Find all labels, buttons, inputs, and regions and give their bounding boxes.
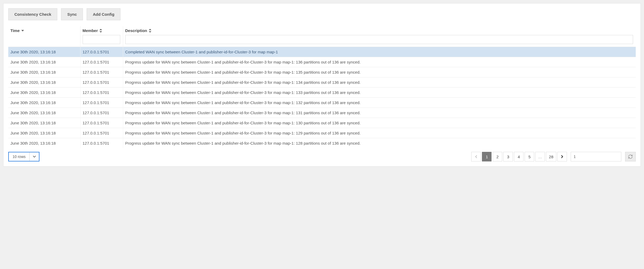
member-filter-input[interactable] xyxy=(83,35,120,44)
column-label: Description xyxy=(125,28,147,33)
sync-button[interactable]: Sync xyxy=(61,8,83,20)
table-row[interactable]: June 30th 2020, 13:16:18127.0.0.1:5701Pr… xyxy=(8,108,636,118)
sort-desc-icon xyxy=(21,29,24,33)
cell-member: 127.0.0.1:5701 xyxy=(80,57,123,67)
prev-page-button[interactable] xyxy=(471,152,481,161)
table-row[interactable]: June 30th 2020, 13:16:18127.0.0.1:5701Pr… xyxy=(8,98,636,108)
cell-description: Progress update for WAN sync between Clu… xyxy=(123,88,636,98)
column-header-time[interactable]: Time xyxy=(8,26,80,47)
cell-description: Completed WAN sync between Cluster-1 and… xyxy=(123,47,636,57)
chevron-right-icon xyxy=(561,155,563,158)
cell-time: June 30th 2020, 13:16:18 xyxy=(8,88,80,98)
next-page-button[interactable] xyxy=(557,152,567,161)
table-footer: 10 rows 12345 … 28 xyxy=(8,152,636,161)
table-row[interactable]: June 30th 2020, 13:16:18127.0.0.1:5701Pr… xyxy=(8,67,636,77)
cell-time: June 30th 2020, 13:16:18 xyxy=(8,138,80,148)
table-row[interactable]: June 30th 2020, 13:16:18127.0.0.1:5701Pr… xyxy=(8,128,636,138)
cell-description: Progress update for WAN sync between Clu… xyxy=(123,57,636,67)
consistency-check-button[interactable]: Consistency Check xyxy=(8,8,57,20)
table-row[interactable]: June 30th 2020, 13:16:18127.0.0.1:5701Pr… xyxy=(8,138,636,148)
cell-time: June 30th 2020, 13:16:18 xyxy=(8,77,80,88)
cell-member: 127.0.0.1:5701 xyxy=(80,67,123,77)
refresh-button[interactable] xyxy=(625,152,636,161)
cell-description: Progress update for WAN sync between Clu… xyxy=(123,108,636,118)
cell-description: Progress update for WAN sync between Clu… xyxy=(123,77,636,88)
cell-member: 127.0.0.1:5701 xyxy=(80,128,123,138)
cell-time: June 30th 2020, 13:16:18 xyxy=(8,47,80,57)
cell-member: 127.0.0.1:5701 xyxy=(80,108,123,118)
table-row[interactable]: June 30th 2020, 13:16:18127.0.0.1:5701Pr… xyxy=(8,57,636,67)
refresh-icon xyxy=(628,154,633,159)
cell-time: June 30th 2020, 13:16:18 xyxy=(8,118,80,128)
cell-description: Progress update for WAN sync between Clu… xyxy=(123,138,636,148)
rows-per-page-label: 10 rows xyxy=(9,155,29,159)
pagination: 12345 … 28 xyxy=(471,152,567,161)
cell-time: June 30th 2020, 13:16:18 xyxy=(8,57,80,67)
column-label: Member xyxy=(83,28,98,33)
page-button-1[interactable]: 1 xyxy=(482,152,492,161)
cell-time: June 30th 2020, 13:16:18 xyxy=(8,108,80,118)
events-panel: Consistency Check Sync Add Config Time M… xyxy=(3,3,641,167)
page-button-4[interactable]: 4 xyxy=(514,152,524,161)
cell-member: 127.0.0.1:5701 xyxy=(80,77,123,88)
page-button-2[interactable]: 2 xyxy=(493,152,502,161)
cell-time: June 30th 2020, 13:16:18 xyxy=(8,98,80,108)
cell-member: 127.0.0.1:5701 xyxy=(80,88,123,98)
table-row[interactable]: June 30th 2020, 13:16:18127.0.0.1:5701Pr… xyxy=(8,118,636,128)
cell-description: Progress update for WAN sync between Clu… xyxy=(123,98,636,108)
chevron-left-icon xyxy=(475,155,477,158)
last-page-button[interactable]: 28 xyxy=(546,152,556,161)
rows-per-page-select[interactable]: 10 rows xyxy=(8,152,39,161)
description-filter-input[interactable] xyxy=(125,35,633,44)
table-row[interactable]: June 30th 2020, 13:16:18127.0.0.1:5701Pr… xyxy=(8,77,636,88)
cell-description: Progress update for WAN sync between Clu… xyxy=(123,128,636,138)
add-config-button[interactable]: Add Config xyxy=(87,8,120,20)
table-row[interactable]: June 30th 2020, 13:16:18127.0.0.1:5701Pr… xyxy=(8,88,636,98)
cell-member: 127.0.0.1:5701 xyxy=(80,98,123,108)
cell-member: 127.0.0.1:5701 xyxy=(80,47,123,57)
sort-both-icon xyxy=(99,29,102,33)
column-header-member[interactable]: Member xyxy=(80,26,123,47)
events-table: Time Member Description xyxy=(8,26,636,148)
goto-page-input[interactable] xyxy=(571,152,621,161)
column-label: Time xyxy=(10,28,20,33)
table-row[interactable]: June 30th 2020, 13:16:18127.0.0.1:5701Co… xyxy=(8,47,636,57)
page-button-3[interactable]: 3 xyxy=(503,152,513,161)
cell-description: Progress update for WAN sync between Clu… xyxy=(123,118,636,128)
cell-member: 127.0.0.1:5701 xyxy=(80,118,123,128)
cell-time: June 30th 2020, 13:16:18 xyxy=(8,128,80,138)
chevron-down-icon xyxy=(29,152,39,161)
action-toolbar: Consistency Check Sync Add Config xyxy=(8,8,636,20)
cell-member: 127.0.0.1:5701 xyxy=(80,138,123,148)
pagination-ellipsis: … xyxy=(535,152,545,161)
sort-both-icon xyxy=(149,29,151,33)
column-header-description[interactable]: Description xyxy=(123,26,636,47)
cell-time: June 30th 2020, 13:16:18 xyxy=(8,67,80,77)
page-button-5[interactable]: 5 xyxy=(525,152,534,161)
cell-description: Progress update for WAN sync between Clu… xyxy=(123,67,636,77)
